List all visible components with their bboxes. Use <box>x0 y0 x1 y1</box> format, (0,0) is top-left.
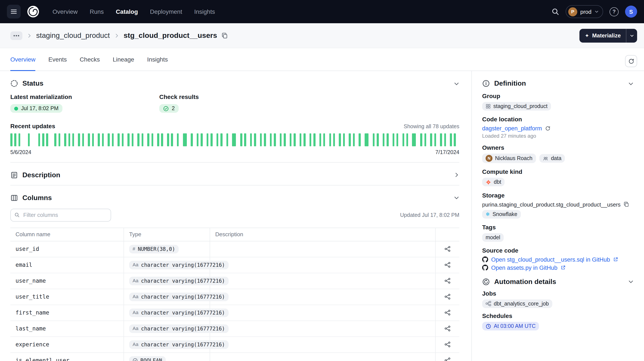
update-tick[interactable] <box>151 133 153 146</box>
nav-item-insights[interactable]: Insights <box>194 8 215 15</box>
update-tick[interactable] <box>112 133 114 146</box>
update-tick[interactable] <box>171 133 173 146</box>
view-column-lineage-button[interactable] <box>442 307 453 318</box>
breadcrumb-group-link[interactable]: staging_cloud_product <box>36 31 110 40</box>
update-tick[interactable] <box>364 133 368 146</box>
nav-item-deployment[interactable]: Deployment <box>150 8 182 15</box>
update-tick[interactable] <box>260 133 262 146</box>
update-tick[interactable] <box>300 133 301 146</box>
view-column-lineage-button[interactable] <box>442 275 453 286</box>
columns-collapse-chevron-icon[interactable] <box>454 195 459 201</box>
automation-collapse-chevron-icon[interactable] <box>628 279 634 284</box>
update-tick[interactable] <box>18 133 20 146</box>
tab-lineage[interactable]: Lineage <box>113 48 134 70</box>
update-tick[interactable] <box>210 133 212 146</box>
deployment-switcher[interactable]: P prod <box>566 5 603 18</box>
update-tick[interactable] <box>386 133 388 146</box>
update-tick[interactable] <box>319 133 321 146</box>
update-tick[interactable] <box>82 133 84 146</box>
update-tick[interactable] <box>392 133 394 146</box>
update-tick[interactable] <box>329 133 331 146</box>
update-tick[interactable] <box>122 133 124 146</box>
source-code-link[interactable]: Open stg_cloud_product__users.sql in Git… <box>491 256 610 263</box>
update-tick[interactable] <box>72 133 74 146</box>
view-column-lineage-button[interactable] <box>442 339 453 350</box>
description-expand-chevron-icon[interactable] <box>454 172 459 178</box>
update-tick[interactable] <box>353 133 355 146</box>
update-tick[interactable] <box>157 133 159 146</box>
tab-insights[interactable]: Insights <box>147 48 168 70</box>
update-tick[interactable] <box>309 133 311 146</box>
breadcrumb-overflow-button[interactable] <box>10 31 22 40</box>
view-column-lineage-button[interactable] <box>442 259 453 270</box>
tab-checks[interactable]: Checks <box>80 48 100 70</box>
update-tick[interactable] <box>406 133 408 146</box>
update-tick[interactable] <box>128 133 129 146</box>
tab-overview[interactable]: Overview <box>10 48 36 70</box>
code-location-link[interactable]: dagster_open_platform <box>482 125 542 132</box>
update-tick[interactable] <box>46 133 48 146</box>
update-tick[interactable] <box>220 133 222 146</box>
definition-header[interactable]: Definition <box>482 80 634 87</box>
group-badge[interactable]: staging_cloud_product <box>482 102 551 111</box>
update-tick[interactable] <box>396 133 398 146</box>
update-tick[interactable] <box>64 133 66 146</box>
update-tick[interactable] <box>207 133 208 146</box>
update-tick[interactable] <box>382 133 384 146</box>
help-icon[interactable]: ? <box>610 7 618 16</box>
owner-team-badge[interactable]: data <box>540 154 565 163</box>
status-collapse-chevron-icon[interactable] <box>454 81 459 86</box>
owner-user-badge[interactable]: N Nicklaus Roach <box>482 154 536 163</box>
view-column-lineage-button[interactable] <box>442 323 453 334</box>
update-tick[interactable] <box>412 133 416 146</box>
description-section-header[interactable]: Description <box>10 162 459 185</box>
update-tick[interactable] <box>54 133 56 146</box>
update-tick[interactable] <box>434 133 436 146</box>
update-tick[interactable] <box>264 133 266 146</box>
update-tick[interactable] <box>58 133 60 146</box>
job-badge[interactable]: dbt_analytics_core_job <box>482 299 552 308</box>
hamburger-menu-button[interactable] <box>7 5 21 18</box>
status-section-header[interactable]: Status <box>10 71 459 93</box>
user-avatar[interactable]: S <box>625 5 637 18</box>
update-tick[interactable] <box>183 133 186 146</box>
update-tick[interactable] <box>232 133 236 146</box>
update-tick[interactable] <box>78 133 80 146</box>
update-tick[interactable] <box>420 133 422 146</box>
update-tick[interactable] <box>359 133 361 146</box>
update-tick[interactable] <box>444 133 446 146</box>
update-tick[interactable] <box>323 133 325 146</box>
update-tick[interactable] <box>377 133 378 146</box>
tag-badge[interactable]: model <box>482 233 504 242</box>
update-tick[interactable] <box>270 133 272 146</box>
update-tick[interactable] <box>454 133 456 146</box>
check-results-badge[interactable]: 2 <box>159 104 179 113</box>
update-tick[interactable] <box>294 133 296 146</box>
update-tick[interactable] <box>402 133 404 146</box>
view-column-lineage-button[interactable] <box>442 355 453 361</box>
update-tick[interactable] <box>440 133 442 146</box>
update-tick[interactable] <box>142 133 143 146</box>
copy-asset-name-icon[interactable] <box>222 32 228 39</box>
update-tick[interactable] <box>424 133 426 146</box>
filter-columns-input[interactable] <box>10 208 111 221</box>
search-icon[interactable] <box>552 8 559 15</box>
tab-events[interactable]: Events <box>48 48 67 70</box>
update-tick[interactable] <box>98 133 100 146</box>
nav-item-catalog[interactable]: Catalog <box>116 8 138 15</box>
schedule-badge[interactable]: At 03:00 AM UTC <box>482 322 539 331</box>
update-tick[interactable] <box>304 133 306 146</box>
reload-code-location-icon[interactable] <box>545 126 550 131</box>
update-tick[interactable] <box>240 133 242 146</box>
update-tick[interactable] <box>88 133 90 146</box>
update-tick[interactable] <box>147 133 149 146</box>
materialize-button[interactable]: ✦ Materialize <box>580 29 626 42</box>
update-tick[interactable] <box>284 133 286 146</box>
update-tick[interactable] <box>177 133 179 146</box>
update-tick[interactable] <box>10 133 12 146</box>
update-tick[interactable] <box>118 133 120 146</box>
update-tick[interactable] <box>161 133 163 146</box>
update-tick[interactable] <box>200 133 202 146</box>
update-tick[interactable] <box>450 133 452 146</box>
update-tick[interactable] <box>250 133 252 146</box>
